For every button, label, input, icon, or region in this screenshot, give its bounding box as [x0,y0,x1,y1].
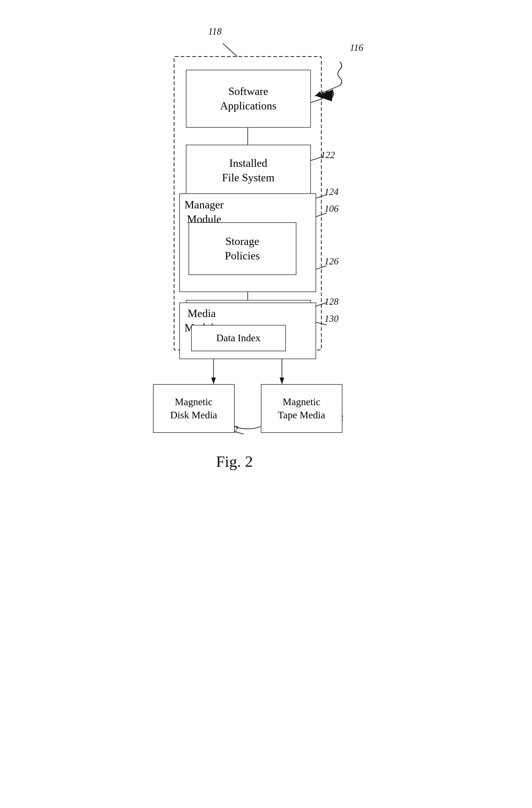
ref-120: 120 [320,89,334,100]
storage-policies-box: Storage Policies [189,222,297,275]
ref-128: 128 [324,296,339,307]
ref-122: 122 [321,149,335,161]
ref-116: 116 [350,42,363,53]
ref-130: 130 [324,313,339,324]
figure-label: Fig. 2 [216,453,253,471]
magnetic-tape-media-box: Magnetic Tape Media [261,384,342,433]
installed-file-system-box: Installed File System [186,145,311,196]
data-index-box: Data Index [191,325,286,351]
ref-124: 124 [324,186,339,197]
svg-line-8 [223,43,237,57]
ref-106: 106 [324,203,339,214]
ref-118: 118 [208,26,222,37]
software-applications-box: Software Applications [186,70,311,128]
ref-126: 126 [324,256,339,267]
magnetic-disk-media-box: Magnetic Disk Media [153,384,234,433]
